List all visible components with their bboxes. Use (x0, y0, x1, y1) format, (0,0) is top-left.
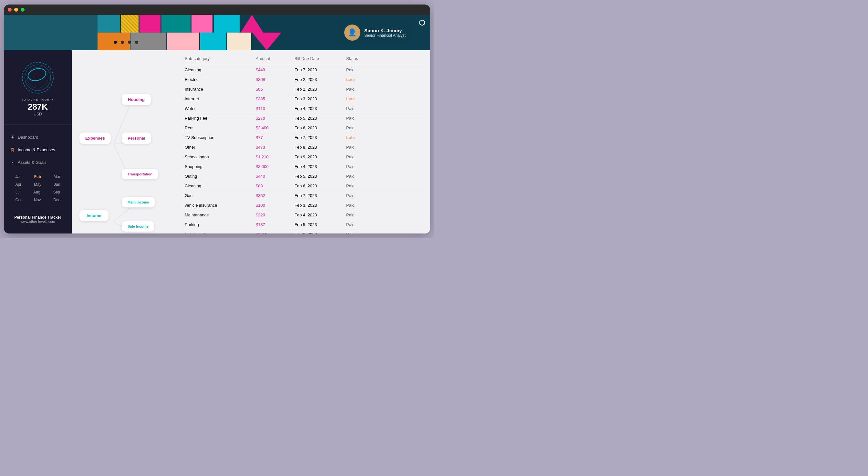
table-row: vehicle insurance $100 Feb 3, 2023 Paid (185, 201, 424, 210)
table-row: Other $473 Feb 8, 2023 Paid (185, 142, 424, 152)
row-amount: $440 (256, 174, 294, 179)
table-header: Sub-category Amount Bill Due Date Status (185, 54, 424, 65)
table-row: Rent $2,400 Feb 6, 2023 Paid (185, 123, 424, 133)
row-due-date: Feb 8, 2023 (294, 145, 346, 150)
minimize-button[interactable] (14, 8, 18, 11)
row-amount: $187 (256, 222, 294, 227)
dot-nav-1[interactable] (114, 41, 117, 44)
month-aug[interactable]: Aug (32, 189, 41, 195)
col-status: Status (346, 56, 378, 61)
row-status: Paid (346, 222, 378, 227)
row-status: Paid (346, 87, 378, 92)
row-amount: $3,000 (256, 164, 294, 169)
month-nov[interactable]: Nov (33, 197, 42, 203)
col-subcategory: Sub-category (185, 56, 256, 61)
income-expenses-label: Income & Expenses (18, 147, 55, 152)
month-sep[interactable]: Sep (52, 189, 61, 195)
row-subcategory: Shopping (185, 164, 256, 169)
row-due-date: Feb 5, 2023 (294, 222, 346, 227)
personal-node: Personal (122, 133, 151, 144)
logo-icon: ⬡ (419, 19, 425, 27)
row-due-date: Feb 3, 2023 (294, 203, 346, 208)
maximize-button[interactable] (21, 8, 25, 11)
banner-main: 👤 Simon K. Jimmy Senior Financial Analys… (97, 15, 430, 50)
net-worth-circle (20, 60, 56, 96)
table-row: Cleaning $440 Feb 7, 2023 Paid (185, 65, 424, 75)
avatar: 👤 (344, 25, 361, 41)
app-window: 👤 Simon K. Jimmy Senior Financial Analys… (4, 4, 430, 234)
sidebar-item-assets-goals[interactable]: ⊡ Assets & Goals (4, 156, 72, 169)
main-income-node: Main Income (122, 197, 155, 207)
geo-teal-3 (214, 15, 240, 33)
geo-pink-2 (191, 15, 213, 33)
month-apr[interactable]: Apr (14, 181, 23, 188)
brand-name: Personal Finance Tracker (9, 215, 66, 219)
user-name: Simon K. Jimmy (364, 28, 406, 33)
row-amount: $85 (256, 87, 294, 92)
table-area[interactable]: Sub-category Amount Bill Due Date Status… (178, 50, 430, 234)
net-worth-section: TOTAL NET WORTH 287K USD (4, 57, 72, 125)
row-status: Paid (346, 116, 378, 121)
header-banner: 👤 Simon K. Jimmy Senior Financial Analys… (4, 15, 430, 50)
month-oct[interactable]: Oct (14, 197, 23, 203)
month-grid: Jan Feb Mar Apr May Jun Jul Aug Sep Oct … (4, 169, 72, 205)
housing-label: Housing (122, 94, 151, 105)
row-due-date: Feb 9, 2023 (294, 155, 346, 159)
row-subcategory: Parking (185, 222, 256, 227)
assets-goals-label: Assets & Goals (18, 160, 46, 165)
table-row: Gas $352 Feb 7, 2023 Paid (185, 191, 424, 201)
table-row: Water $110 Feb 4, 2023 Paid (185, 104, 424, 113)
table-row: Electric $308 Feb 2, 2023 Late (185, 75, 424, 84)
row-amount: $473 (256, 145, 294, 150)
row-amount: $2,400 (256, 126, 294, 130)
dot-nav-2[interactable] (121, 41, 124, 44)
month-jul[interactable]: Jul (14, 189, 22, 195)
row-due-date: Feb 7, 2023 (294, 67, 346, 72)
month-may[interactable]: May (33, 181, 42, 188)
dot-nav-3[interactable] (128, 41, 131, 44)
close-button[interactable] (8, 8, 11, 11)
row-subcategory: Water (185, 106, 256, 111)
table-row: Maintenance $220 Feb 4, 2023 Paid (185, 210, 424, 220)
sidebar: TOTAL NET WORTH 287K USD ⊞ Dashboard ⇅ I… (4, 50, 72, 234)
row-due-date: Feb 7, 2023 (294, 135, 346, 140)
row-subcategory: Insurance (185, 87, 256, 92)
transportation-label: Transportation (122, 169, 158, 179)
row-status: Paid (346, 67, 378, 72)
net-worth-label: TOTAL NET WORTH (4, 98, 72, 101)
row-status: Late (346, 96, 378, 101)
row-subcategory: Installment (185, 232, 256, 234)
row-due-date: Feb 2, 2023 (294, 77, 346, 82)
sidebar-item-income-expenses[interactable]: ⇅ Income & Expenses (4, 143, 72, 156)
transportation-node: Transportation (122, 169, 158, 179)
table-row: Insurance $85 Feb 2, 2023 Paid (185, 84, 424, 94)
month-jun[interactable]: Jun (53, 181, 61, 188)
row-subcategory: Internet (185, 96, 256, 101)
table-row: School loans $1,210 Feb 9, 2023 Paid (185, 152, 424, 162)
row-status: Paid (346, 174, 378, 179)
month-jan[interactable]: Jan (14, 174, 23, 180)
month-mar[interactable]: Mar (52, 174, 62, 180)
brand-website: www.other-levels.com (9, 219, 66, 224)
row-due-date: Feb 3, 2023 (294, 96, 346, 101)
dashboard-label: Dashboard (18, 135, 38, 140)
sidebar-item-dashboard[interactable]: ⊞ Dashboard (4, 131, 72, 143)
row-due-date: Feb 5, 2023 (294, 174, 346, 179)
svg-line-7 (114, 208, 130, 221)
row-amount: $308 (256, 77, 294, 82)
row-amount: $77 (256, 135, 294, 140)
row-due-date: Feb 2, 2023 (294, 87, 346, 92)
table-row: Shopping $3,000 Feb 4, 2023 Paid (185, 162, 424, 172)
month-dec[interactable]: Dec (52, 197, 61, 203)
row-subcategory: Cleaning (185, 67, 256, 72)
income-label: Income (80, 210, 108, 221)
month-feb[interactable]: Feb (33, 174, 42, 180)
banner-dots-nav (114, 41, 138, 44)
row-status: Late (346, 135, 378, 140)
table-row: Parking $187 Feb 5, 2023 Paid (185, 220, 424, 230)
side-income-node: Side Income (122, 221, 154, 232)
row-status: Paid (346, 155, 378, 159)
table-row: Internet $385 Feb 3, 2023 Late (185, 94, 424, 104)
dot-nav-4[interactable] (135, 41, 138, 44)
row-due-date: Feb 4, 2023 (294, 164, 346, 169)
